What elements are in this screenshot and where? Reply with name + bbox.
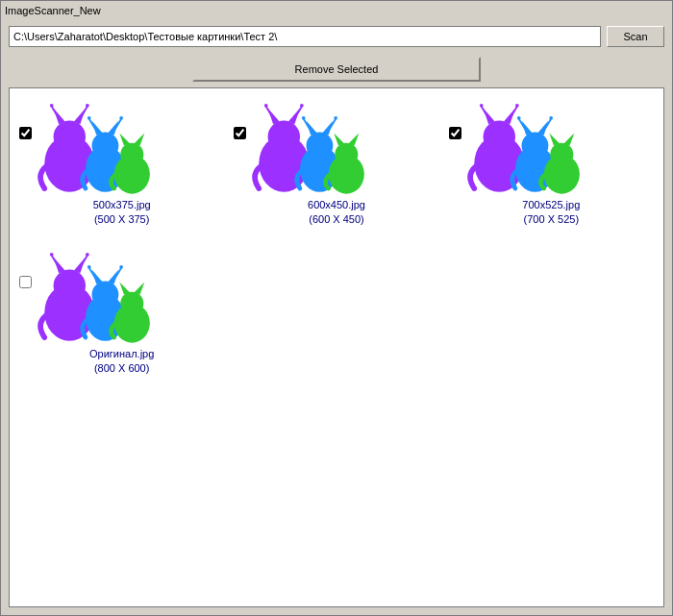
svg-marker-23 (288, 109, 300, 125)
svg-point-49 (521, 133, 548, 160)
svg-point-47 (515, 104, 519, 108)
svg-marker-18 (119, 134, 130, 146)
svg-line-24 (266, 107, 275, 122)
list-item: 700x525.jpg (700 X 525) (449, 98, 654, 228)
list-item: 500x375.jpg (500 X 375) (19, 98, 224, 228)
svg-marker-43 (504, 109, 515, 125)
svg-line-64 (52, 255, 61, 270)
svg-marker-3 (74, 109, 86, 125)
svg-point-14 (87, 116, 91, 120)
svg-point-66 (50, 253, 54, 257)
window-title: ImageScanner_New (5, 5, 101, 16)
svg-point-34 (302, 116, 306, 120)
svg-point-26 (264, 104, 268, 108)
svg-line-45 (508, 107, 516, 122)
svg-marker-42 (483, 109, 494, 125)
image-checkbox-4[interactable] (19, 276, 32, 288)
image-label-4: Оригинал.jpg (800 X 600) (89, 347, 154, 377)
content-area: 500x375.jpg (500 X 375) (9, 87, 664, 607)
svg-point-46 (480, 104, 484, 108)
svg-point-55 (549, 116, 553, 120)
cat-thumbnail-3 (465, 98, 590, 194)
svg-point-29 (307, 133, 334, 160)
svg-marker-79 (134, 282, 144, 294)
path-input[interactable] (9, 26, 601, 47)
svg-marker-59 (563, 134, 574, 146)
svg-point-61 (54, 269, 86, 301)
image-grid: 500x375.jpg (500 X 375) (19, 98, 654, 377)
image-checkbox-3[interactable] (449, 127, 461, 139)
svg-point-67 (86, 253, 89, 257)
svg-point-27 (300, 104, 304, 108)
list-item: 600x450.jpg (600 X 450) (234, 98, 438, 228)
svg-line-65 (79, 255, 87, 270)
svg-line-44 (481, 107, 489, 122)
svg-point-77 (120, 292, 143, 315)
svg-point-15 (119, 116, 123, 120)
svg-marker-22 (268, 109, 280, 125)
cat-thumbnail-2 (250, 98, 375, 194)
image-label-1: 500x375.jpg (500 X 375) (93, 198, 151, 228)
svg-marker-51 (537, 121, 548, 136)
svg-point-75 (119, 265, 123, 269)
svg-marker-50 (521, 121, 532, 136)
svg-marker-63 (74, 257, 86, 273)
toolbar: Scan (1, 20, 672, 53)
svg-point-69 (92, 281, 119, 308)
svg-point-41 (483, 121, 514, 153)
svg-point-74 (87, 265, 91, 269)
image-label-3: 700x525.jpg (700 X 525) (522, 198, 580, 228)
remove-bar: Remove Selected (1, 53, 672, 87)
svg-point-7 (86, 104, 89, 108)
cat-thumbnail-4 (36, 247, 161, 343)
svg-line-5 (79, 107, 87, 122)
svg-marker-70 (92, 269, 103, 283)
svg-point-57 (550, 143, 573, 166)
svg-marker-10 (92, 121, 103, 136)
svg-point-6 (50, 104, 54, 108)
svg-marker-19 (134, 134, 144, 146)
title-bar: ImageScanner_New (1, 1, 672, 20)
image-checkbox-1[interactable] (19, 127, 32, 139)
svg-point-54 (517, 116, 521, 120)
svg-marker-71 (108, 269, 118, 283)
svg-point-21 (268, 121, 300, 153)
svg-marker-58 (549, 134, 560, 146)
main-window: ImageScanner_New Scan Remove Selected (0, 0, 673, 616)
svg-line-4 (52, 107, 61, 122)
remove-selected-button[interactable]: Remove Selected (192, 57, 481, 82)
svg-marker-2 (54, 109, 65, 125)
svg-point-1 (54, 121, 86, 153)
svg-point-17 (120, 143, 143, 166)
list-item: Оригинал.jpg (800 X 600) (19, 247, 224, 377)
svg-line-25 (293, 107, 302, 122)
svg-point-35 (335, 116, 338, 120)
svg-marker-30 (307, 121, 317, 136)
svg-marker-31 (323, 121, 334, 136)
svg-marker-62 (54, 257, 65, 273)
svg-marker-38 (335, 134, 345, 146)
image-checkbox-2[interactable] (234, 127, 246, 139)
svg-marker-78 (119, 282, 130, 294)
scan-button[interactable]: Scan (607, 26, 664, 47)
svg-marker-11 (108, 121, 118, 136)
image-label-2: 600x450.jpg (600 X 450) (308, 198, 365, 228)
svg-point-37 (336, 143, 359, 166)
svg-marker-39 (348, 134, 359, 146)
svg-point-9 (92, 133, 119, 160)
cat-thumbnail-1 (36, 98, 161, 194)
